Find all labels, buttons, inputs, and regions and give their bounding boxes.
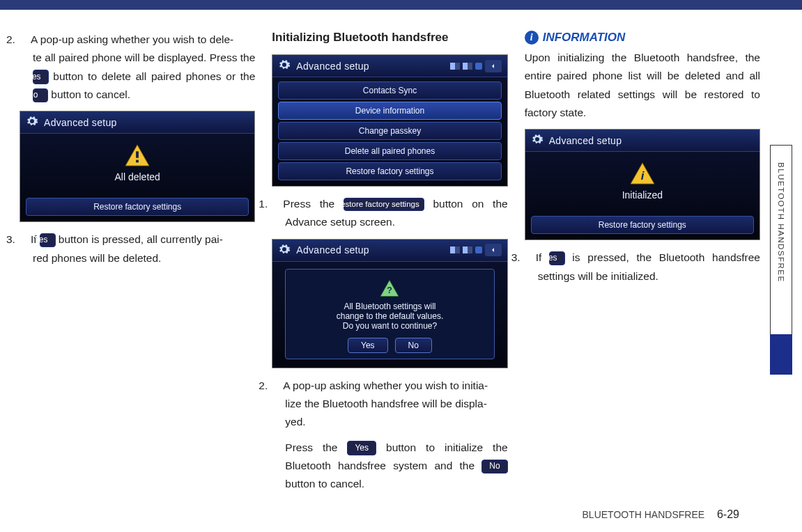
restore-button[interactable]: Restore factory settings [26,198,249,216]
screenshot-initialized: Advanced setup i Initialized Restore fac… [525,129,760,240]
menu-item[interactable]: Delete all paired phones [278,142,501,160]
signal-icon [463,247,472,253]
page-content: 2.A pop-up asking whether you wish to de… [0,10,802,508]
svg-rect-2 [136,160,139,163]
info-title: INFORMATION [543,31,626,45]
screenshot-menu: Advanced setup Contacts Sync Device info… [272,54,507,187]
gear-icon [278,243,291,258]
gear-icon [26,115,38,130]
svg-text:?: ? [387,285,393,295]
yes-button: Yes [40,233,56,248]
column-3: i INFORMATION Upon initializing the Blue… [525,31,760,501]
no-button: No [481,460,507,474]
yes-button: Yes [549,251,565,266]
side-tab-marker [770,334,792,375]
bluetooth-icon [475,63,482,70]
info-triangle-icon: i [629,162,656,185]
signal-icon [463,63,472,70]
menu-item[interactable]: Device information [278,102,501,120]
text: red phones will be deleted. [33,252,161,264]
screenshot-title: Advanced setup [549,135,622,146]
no-button: No [33,88,48,103]
menu-list: Contacts Sync Device information Change … [272,77,507,186]
screenshot-header: Advanced setup [272,240,507,262]
screenshot-body: All deleted Restore factory settings [20,134,254,221]
page-footer: BLUETOOTH HANDSFREE 6-29 [583,508,739,521]
gear-icon [278,58,291,73]
info-heading: i INFORMATION [525,31,760,45]
screenshot-header: Advanced setup [525,130,759,152]
text: A pop-up asking whether you wish to dele… [31,33,233,45]
yes-button: Yes [347,441,376,455]
step-number: 2. [272,377,283,395]
col1-step3: 3.If Yes button is pressed, all currentl… [20,230,255,267]
yes-button: Yes [33,70,49,84]
screenshot-confirm: Advanced setup ? All Bluetooth settings … [272,239,507,368]
warning-icon [124,143,151,167]
screenshot-title: Advanced setup [296,61,369,72]
question-icon: ? [379,279,400,297]
column-2: Initializing Bluetooth handsfree Advance… [272,31,507,501]
back-icon[interactable] [485,244,502,256]
screenshot-header: Advanced setup [20,111,254,134]
screenshot-message: All deleted [26,171,249,182]
top-accent-bar [0,0,802,10]
menu-item[interactable]: Restore factory settings [278,162,501,180]
screenshot-title: Advanced setup [296,244,369,256]
back-icon[interactable] [485,60,502,72]
section-heading: Initializing Bluetooth handsfree [272,31,507,45]
popup-text: change to the default values. [293,311,486,321]
col1-step2: 2.A pop-up asking whether you wish to de… [20,31,255,104]
status-icons [450,60,502,72]
step-number: 2. [20,31,31,49]
popup-yes-button[interactable]: Yes [348,338,388,353]
confirm-popup: ? All Bluetooth settings will change to … [285,269,494,359]
menu-item[interactable]: Contacts Sync [278,81,501,100]
screenshot-title: Advanced setup [44,117,117,128]
gear-icon [531,133,543,148]
footer-section: BLUETOOTH HANDSFREE [583,509,705,520]
signal-icon [450,63,460,70]
popup-no-button[interactable]: No [395,338,432,353]
restore-button[interactable]: Restore factory settings [531,216,754,234]
step-number: 3. [525,249,536,267]
step-number: 3. [20,230,31,249]
info-body: Upon initializing the Bluetooth handsfre… [525,49,760,122]
col2-step2-cont: Press the Yes button to initialize the B… [272,439,507,494]
col2-step2: 2.A pop-up asking whether you wish to in… [272,377,507,432]
status-icons [450,244,502,256]
col3-step3: 3.If Yes is pressed, the Bluetooth hands… [525,249,760,285]
side-tab-label: BLUETOOTH HANDSFREE [777,162,785,283]
step-number: 1. [272,195,283,213]
screenshot-message: Initialized [531,189,754,201]
text: te all paired phone will be displayed. P… [33,52,255,100]
signal-icon [450,247,460,253]
screenshot-all-deleted: Advanced setup All deleted Restore facto… [20,111,255,222]
svg-rect-1 [136,152,139,158]
screenshot-body: i Initialized Restore factory settings [525,152,759,240]
popup-text: All Bluetooth settings will [293,302,486,311]
restore-button: Restore factory settings [344,198,424,212]
column-1: 2.A pop-up asking whether you wish to de… [20,31,255,501]
bluetooth-icon [475,247,482,253]
popup-text: Do you want to continue? [293,321,486,331]
footer-page: 6-29 [717,508,739,520]
screenshot-header: Advanced setup [272,55,507,77]
menu-item[interactable]: Change passkey [278,122,501,140]
col2-step1: 1.Press the Restore factory settings but… [272,195,507,232]
info-icon: i [525,31,539,45]
